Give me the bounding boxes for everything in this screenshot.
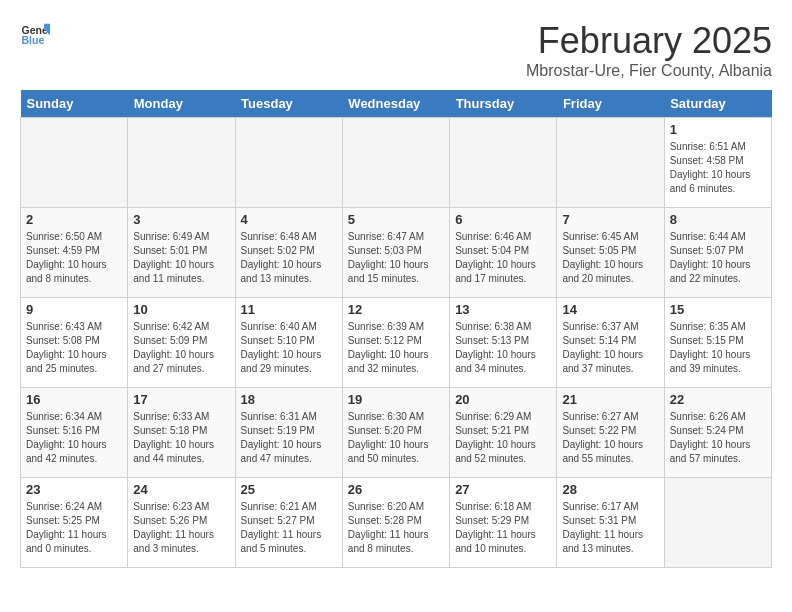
col-header-sunday: Sunday	[21, 90, 128, 118]
day-info: Sunrise: 6:30 AM Sunset: 5:20 PM Dayligh…	[348, 410, 444, 466]
header-row: SundayMondayTuesdayWednesdayThursdayFrid…	[21, 90, 772, 118]
calendar-cell: 2Sunrise: 6:50 AM Sunset: 4:59 PM Daylig…	[21, 208, 128, 298]
day-info: Sunrise: 6:45 AM Sunset: 5:05 PM Dayligh…	[562, 230, 658, 286]
day-number: 14	[562, 302, 658, 317]
location-title: Mbrostar-Ure, Fier County, Albania	[526, 62, 772, 80]
day-number: 25	[241, 482, 337, 497]
calendar-cell: 10Sunrise: 6:42 AM Sunset: 5:09 PM Dayli…	[128, 298, 235, 388]
day-info: Sunrise: 6:37 AM Sunset: 5:14 PM Dayligh…	[562, 320, 658, 376]
day-info: Sunrise: 6:43 AM Sunset: 5:08 PM Dayligh…	[26, 320, 122, 376]
calendar-cell	[342, 118, 449, 208]
calendar-cell: 27Sunrise: 6:18 AM Sunset: 5:29 PM Dayli…	[450, 478, 557, 568]
calendar-cell: 12Sunrise: 6:39 AM Sunset: 5:12 PM Dayli…	[342, 298, 449, 388]
svg-text:Blue: Blue	[22, 34, 45, 46]
calendar-cell: 3Sunrise: 6:49 AM Sunset: 5:01 PM Daylig…	[128, 208, 235, 298]
calendar-cell: 4Sunrise: 6:48 AM Sunset: 5:02 PM Daylig…	[235, 208, 342, 298]
day-info: Sunrise: 6:24 AM Sunset: 5:25 PM Dayligh…	[26, 500, 122, 556]
calendar-cell	[557, 118, 664, 208]
day-number: 6	[455, 212, 551, 227]
calendar-cell: 22Sunrise: 6:26 AM Sunset: 5:24 PM Dayli…	[664, 388, 771, 478]
day-info: Sunrise: 6:44 AM Sunset: 5:07 PM Dayligh…	[670, 230, 766, 286]
calendar-cell: 19Sunrise: 6:30 AM Sunset: 5:20 PM Dayli…	[342, 388, 449, 478]
day-number: 4	[241, 212, 337, 227]
day-number: 28	[562, 482, 658, 497]
calendar-cell: 8Sunrise: 6:44 AM Sunset: 5:07 PM Daylig…	[664, 208, 771, 298]
day-number: 18	[241, 392, 337, 407]
calendar-table: SundayMondayTuesdayWednesdayThursdayFrid…	[20, 90, 772, 568]
day-info: Sunrise: 6:21 AM Sunset: 5:27 PM Dayligh…	[241, 500, 337, 556]
calendar-cell: 14Sunrise: 6:37 AM Sunset: 5:14 PM Dayli…	[557, 298, 664, 388]
day-info: Sunrise: 6:23 AM Sunset: 5:26 PM Dayligh…	[133, 500, 229, 556]
day-number: 15	[670, 302, 766, 317]
day-number: 9	[26, 302, 122, 317]
day-number: 8	[670, 212, 766, 227]
day-number: 2	[26, 212, 122, 227]
day-info: Sunrise: 6:38 AM Sunset: 5:13 PM Dayligh…	[455, 320, 551, 376]
day-number: 13	[455, 302, 551, 317]
col-header-friday: Friday	[557, 90, 664, 118]
col-header-thursday: Thursday	[450, 90, 557, 118]
day-info: Sunrise: 6:50 AM Sunset: 4:59 PM Dayligh…	[26, 230, 122, 286]
logo: General Blue	[20, 20, 50, 50]
day-number: 10	[133, 302, 229, 317]
calendar-cell: 1Sunrise: 6:51 AM Sunset: 4:58 PM Daylig…	[664, 118, 771, 208]
calendar-week-1: 1Sunrise: 6:51 AM Sunset: 4:58 PM Daylig…	[21, 118, 772, 208]
calendar-cell	[450, 118, 557, 208]
calendar-cell: 21Sunrise: 6:27 AM Sunset: 5:22 PM Dayli…	[557, 388, 664, 478]
day-number: 26	[348, 482, 444, 497]
day-info: Sunrise: 6:39 AM Sunset: 5:12 PM Dayligh…	[348, 320, 444, 376]
calendar-week-4: 16Sunrise: 6:34 AM Sunset: 5:16 PM Dayli…	[21, 388, 772, 478]
day-number: 5	[348, 212, 444, 227]
day-info: Sunrise: 6:27 AM Sunset: 5:22 PM Dayligh…	[562, 410, 658, 466]
calendar-cell	[128, 118, 235, 208]
calendar-week-2: 2Sunrise: 6:50 AM Sunset: 4:59 PM Daylig…	[21, 208, 772, 298]
day-info: Sunrise: 6:49 AM Sunset: 5:01 PM Dayligh…	[133, 230, 229, 286]
day-number: 16	[26, 392, 122, 407]
calendar-cell: 20Sunrise: 6:29 AM Sunset: 5:21 PM Dayli…	[450, 388, 557, 478]
day-number: 11	[241, 302, 337, 317]
calendar-cell: 24Sunrise: 6:23 AM Sunset: 5:26 PM Dayli…	[128, 478, 235, 568]
calendar-cell: 26Sunrise: 6:20 AM Sunset: 5:28 PM Dayli…	[342, 478, 449, 568]
calendar-week-3: 9Sunrise: 6:43 AM Sunset: 5:08 PM Daylig…	[21, 298, 772, 388]
month-title: February 2025	[526, 20, 772, 62]
day-info: Sunrise: 6:17 AM Sunset: 5:31 PM Dayligh…	[562, 500, 658, 556]
calendar-cell: 17Sunrise: 6:33 AM Sunset: 5:18 PM Dayli…	[128, 388, 235, 478]
day-info: Sunrise: 6:33 AM Sunset: 5:18 PM Dayligh…	[133, 410, 229, 466]
day-number: 24	[133, 482, 229, 497]
calendar-cell: 23Sunrise: 6:24 AM Sunset: 5:25 PM Dayli…	[21, 478, 128, 568]
day-number: 3	[133, 212, 229, 227]
day-info: Sunrise: 6:48 AM Sunset: 5:02 PM Dayligh…	[241, 230, 337, 286]
calendar-cell: 13Sunrise: 6:38 AM Sunset: 5:13 PM Dayli…	[450, 298, 557, 388]
day-info: Sunrise: 6:20 AM Sunset: 5:28 PM Dayligh…	[348, 500, 444, 556]
calendar-cell: 18Sunrise: 6:31 AM Sunset: 5:19 PM Dayli…	[235, 388, 342, 478]
title-section: February 2025 Mbrostar-Ure, Fier County,…	[526, 20, 772, 80]
day-info: Sunrise: 6:26 AM Sunset: 5:24 PM Dayligh…	[670, 410, 766, 466]
day-number: 22	[670, 392, 766, 407]
col-header-wednesday: Wednesday	[342, 90, 449, 118]
calendar-cell: 25Sunrise: 6:21 AM Sunset: 5:27 PM Dayli…	[235, 478, 342, 568]
col-header-monday: Monday	[128, 90, 235, 118]
day-number: 20	[455, 392, 551, 407]
day-info: Sunrise: 6:29 AM Sunset: 5:21 PM Dayligh…	[455, 410, 551, 466]
calendar-cell: 28Sunrise: 6:17 AM Sunset: 5:31 PM Dayli…	[557, 478, 664, 568]
logo-icon: General Blue	[20, 20, 50, 50]
calendar-cell	[664, 478, 771, 568]
day-info: Sunrise: 6:35 AM Sunset: 5:15 PM Dayligh…	[670, 320, 766, 376]
day-number: 17	[133, 392, 229, 407]
calendar-cell: 11Sunrise: 6:40 AM Sunset: 5:10 PM Dayli…	[235, 298, 342, 388]
day-info: Sunrise: 6:18 AM Sunset: 5:29 PM Dayligh…	[455, 500, 551, 556]
calendar-cell: 16Sunrise: 6:34 AM Sunset: 5:16 PM Dayli…	[21, 388, 128, 478]
day-number: 23	[26, 482, 122, 497]
day-info: Sunrise: 6:40 AM Sunset: 5:10 PM Dayligh…	[241, 320, 337, 376]
day-number: 1	[670, 122, 766, 137]
day-number: 19	[348, 392, 444, 407]
calendar-cell: 5Sunrise: 6:47 AM Sunset: 5:03 PM Daylig…	[342, 208, 449, 298]
calendar-cell	[21, 118, 128, 208]
calendar-cell: 9Sunrise: 6:43 AM Sunset: 5:08 PM Daylig…	[21, 298, 128, 388]
calendar-week-5: 23Sunrise: 6:24 AM Sunset: 5:25 PM Dayli…	[21, 478, 772, 568]
day-number: 7	[562, 212, 658, 227]
header: General Blue February 2025 Mbrostar-Ure,…	[20, 20, 772, 80]
day-number: 21	[562, 392, 658, 407]
day-number: 12	[348, 302, 444, 317]
day-number: 27	[455, 482, 551, 497]
